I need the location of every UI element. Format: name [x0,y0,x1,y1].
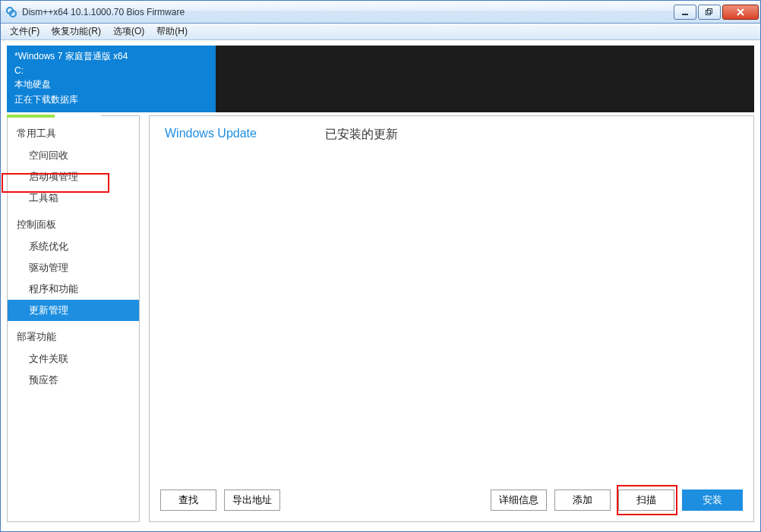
sidebar-item-space-cleanup[interactable]: 空间回收 [8,145,139,166]
update-list-area [150,143,753,482]
sidebar-item-driver-mgmt[interactable]: 驱动管理 [8,257,139,279]
find-button[interactable]: 查找 [160,490,216,511]
drive-line: C: [14,65,208,76]
bottom-toolbar: 查找 导出地址 详细信息 添加 扫描 安装 [150,482,753,521]
sidebar-item-system-optimize[interactable]: 系统优化 [8,236,139,257]
sidebar-group-tools: 常用工具 [8,122,139,145]
os-line: *Windows 7 家庭普通版 x64 [14,50,208,63]
maximize-button[interactable] [698,5,721,20]
menu-help[interactable]: 帮助(H) [150,24,194,39]
sidebar: 常用工具 空间回收 启动项管理 工具箱 控制面板 系统优化 驱动管理 程序和功能… [7,115,140,522]
minimize-button[interactable] [674,5,696,20]
menu-recovery[interactable]: 恢复功能(R) [46,24,107,39]
download-progress [7,109,216,112]
menu-options[interactable]: 选项(O) [107,24,150,39]
tab-windows-update[interactable]: Windows Update [165,127,257,143]
sidebar-item-preanswer[interactable]: 预应答 [8,370,139,391]
svg-rect-2 [682,14,688,15]
sidebar-item-updates[interactable]: 更新管理 [8,300,139,321]
menu-file[interactable]: 文件(F) [4,24,46,39]
progress-seg-green [7,115,55,118]
image-info-panel[interactable]: *Windows 7 家庭普通版 x64 C: 本地硬盘 正在下载数据库 [7,46,216,112]
sidebar-item-toolbox[interactable]: 工具箱 [8,187,139,209]
tab-installed-updates[interactable]: 已安装的更新 [325,127,398,143]
sidebar-group-control-panel: 控制面板 [8,213,139,236]
sidebar-item-programs[interactable]: 程序和功能 [8,279,139,300]
image-header-blank [216,46,754,112]
sidebar-item-startup[interactable]: 启动项管理 [8,166,139,187]
app-window: Dism++x64 10.1.1000.70 Bios Firmware 文件(… [0,0,761,532]
progress-seg-white [55,115,101,118]
install-button[interactable]: 安装 [682,490,743,511]
status-line: 正在下载数据库 [14,93,208,106]
workspace: *Windows 7 家庭普通版 x64 C: 本地硬盘 正在下载数据库 常用工… [1,40,760,531]
sidebar-item-file-assoc[interactable]: 文件关联 [8,348,139,370]
window-title: Dism++x64 10.1.1000.70 Bios Firmware [22,7,674,17]
sidebar-group-deploy: 部署功能 [8,326,139,348]
app-icon [5,6,17,18]
svg-rect-3 [706,10,711,14]
disk-line: 本地硬盘 [14,78,208,91]
image-header: *Windows 7 家庭普通版 x64 C: 本地硬盘 正在下载数据库 [7,46,754,112]
add-button[interactable]: 添加 [554,490,611,511]
body-row: 常用工具 空间回收 启动项管理 工具箱 控制面板 系统优化 驱动管理 程序和功能… [7,115,754,522]
titlebar: Dism++x64 10.1.1000.70 Bios Firmware [1,1,760,24]
svg-rect-4 [708,8,712,13]
tabs-row: Windows Update 已安装的更新 [150,116,753,143]
export-button[interactable]: 导出地址 [224,490,280,511]
menubar: 文件(F) 恢复功能(R) 选项(O) 帮助(H) [1,24,760,40]
window-controls [674,5,759,20]
scan-button[interactable]: 扫描 [618,490,674,511]
details-button[interactable]: 详细信息 [491,490,547,511]
close-button[interactable] [722,5,759,20]
main-panel: Windows Update 已安装的更新 查找 导出地址 详细信息 添加 扫描… [149,115,754,522]
